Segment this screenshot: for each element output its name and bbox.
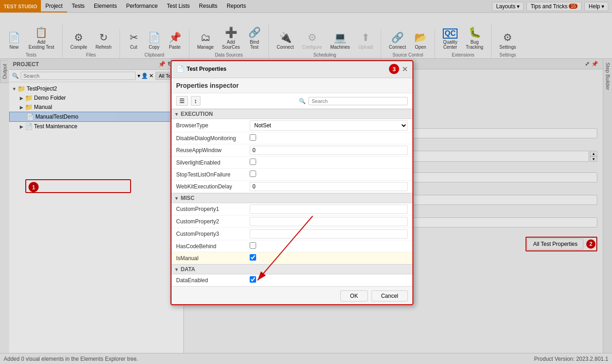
tree-node-manual[interactable]: ▶ 📁 Manual [9, 102, 183, 112]
search-input[interactable] [21, 72, 136, 80]
prop-row-dataenabled: DataEnabled [171, 274, 413, 286]
expand-icon[interactable]: ⤢ [585, 61, 589, 67]
toolbar-group-scheduling: 🔌 Connect ⚙ Configure 💻 Machines ⬆ Uploa… [269, 29, 381, 58]
dataenabled-value [250, 276, 408, 284]
search-dropdown-icon[interactable]: ▾ [137, 73, 140, 79]
tree-label-manual: Manual [34, 104, 52, 110]
ismanual-value [250, 254, 408, 262]
toolbar-group-files: ⚙ Compile ↻ Refresh Files [63, 29, 120, 58]
scheduling-group-label: Scheduling [269, 52, 381, 57]
manage-icon: 🗂 [200, 32, 211, 44]
modal-close-button[interactable]: ✕ [402, 65, 408, 74]
help-button[interactable]: Help ▾ [584, 2, 608, 11]
data-collapse-button[interactable]: ▼ [174, 267, 179, 272]
output-tab[interactable]: Output [0, 60, 9, 83]
tree-node-manualtestdemo[interactable]: 📄 ManualTestDemo [9, 112, 183, 122]
customprop3-input[interactable] [250, 229, 408, 239]
prop-row-customprop3: CustomProperty3 [171, 228, 413, 240]
toolbar-group-datasources: 🗂 Manage ➕ Add SourCes 🔗 Bind Test Data … [189, 24, 269, 58]
configure-icon: ⚙ [308, 32, 317, 44]
stoptestlist-checkbox[interactable] [250, 171, 256, 177]
panel-pin-icon[interactable]: 📌 [158, 61, 166, 68]
quality-center-label: Quality Center [443, 40, 458, 50]
new-icon: 📄 [8, 32, 20, 44]
misc-collapse-button[interactable]: ▼ [174, 196, 179, 201]
modal-sort-button[interactable]: ↕ [191, 96, 200, 106]
tree-icon-manual: 📁 [25, 103, 33, 111]
nav-item-reports[interactable]: Reports [222, 0, 251, 12]
product-version: Product Version: 2023.2.801.1 [534, 356, 608, 362]
add-sources-label: Add SourCes [222, 40, 240, 50]
nav-item-results[interactable]: Results [194, 0, 222, 12]
silverlight-checkbox[interactable] [250, 159, 256, 165]
modal-subtitle: Properties inspector [171, 78, 413, 93]
paste-label: Paste [169, 45, 181, 50]
reuseapp-input[interactable] [250, 146, 408, 155]
nav-item-elements[interactable]: Elements [89, 0, 121, 12]
all-test-properties-button[interactable]: All Test Properties [527, 239, 584, 250]
app-title: TEST STUDIO [0, 0, 41, 12]
tree-expand-manual[interactable]: ▶ [18, 104, 25, 110]
tree-node-root[interactable]: ▼ 📁 TestProject2 [9, 84, 183, 93]
webkit-label: WebKitExecutionDelay [176, 183, 250, 190]
prop-row-stoptestlist: StopTestListOnFailure [171, 169, 413, 181]
dataenabled-checkbox[interactable] [250, 276, 256, 283]
upload-icon: ⬆ [361, 32, 370, 44]
nav-menu: Project Tests Elements Performance Test … [41, 0, 251, 12]
nav-item-tests[interactable]: Tests [67, 0, 89, 12]
customprop2-input[interactable] [250, 217, 408, 226]
tree-node-testmaint[interactable]: ▶ 📄 Test Maintenance [9, 122, 183, 131]
machines-label: Machines [330, 45, 350, 50]
webkit-input[interactable] [250, 182, 408, 191]
help-label: Help [589, 3, 600, 10]
tree-expand-demo[interactable]: ▶ [18, 95, 25, 101]
tests-group-label: Tests [0, 52, 62, 57]
disabledialog-value [250, 134, 408, 142]
tree-icon-testmaint: 📄 [25, 123, 33, 130]
search-filter-icon[interactable]: 👤 [141, 73, 148, 79]
layouts-button[interactable]: Layouts ▾ [492, 2, 524, 11]
prop-row-customprop2: CustomProperty2 [171, 216, 413, 228]
nav-item-performance[interactable]: Performance [121, 0, 162, 12]
modal-footer: OK Cancel [171, 286, 413, 305]
hascodebehind-checkbox[interactable] [250, 242, 256, 249]
modal-search-input[interactable] [309, 97, 408, 105]
tree-node-demo[interactable]: ▶ 📁 Demo Folder [9, 93, 183, 102]
tree-expand-root[interactable]: ▼ [11, 85, 17, 92]
tree-expand-testmaint[interactable]: ▶ [18, 123, 25, 130]
modal-list-view-button[interactable]: ☰ [176, 96, 188, 106]
execution-section-header: ▼ EXECUTION [171, 109, 413, 119]
prop-row-customprop1: CustomProperty1 [171, 203, 413, 216]
spin-buttons: ▲ ▼ [590, 151, 597, 162]
cut-label: Cut [130, 45, 137, 50]
dataenabled-label: DataEnabled [176, 277, 250, 284]
open-icon: 📂 [414, 32, 427, 44]
ok-button[interactable]: OK [340, 290, 367, 301]
options-icon[interactable]: 📌 [591, 61, 598, 67]
upload-label: Upload [358, 45, 373, 50]
sourcecontrol-group-label: Source Control [381, 52, 435, 57]
prop-row-ismanual: IsManual [171, 252, 413, 264]
search-clear-icon[interactable]: ✕ [149, 73, 154, 79]
settings-icon: ⚙ [503, 32, 512, 44]
execution-collapse-button[interactable]: ▼ [174, 112, 179, 117]
silverlight-value [250, 159, 408, 166]
tips-button[interactable]: Tips and Tricks 16 [526, 2, 582, 11]
browsertype-select[interactable]: NotSetChromeFirefoxEdge [250, 120, 408, 131]
annotation-circle-1: 1 [29, 182, 39, 192]
cancel-button[interactable]: Cancel [372, 290, 408, 301]
nav-item-testlists[interactable]: Test Lists [162, 0, 194, 12]
prop-row-hascodebehind: HasCodeBehind [171, 240, 413, 252]
webkit-value [250, 182, 408, 191]
ismanual-checkbox[interactable] [250, 254, 256, 261]
disabledialog-checkbox[interactable] [250, 134, 256, 141]
spin-down-button[interactable]: ▼ [590, 156, 597, 162]
customprop1-input[interactable] [250, 205, 408, 214]
stoptestlist-label: StopTestListOnFailure [176, 171, 250, 178]
step-builder-tab[interactable]: Step Builder [603, 59, 612, 94]
clipboard-group-label: Clipboard [120, 52, 189, 57]
disabledialog-label: DisableDialogMonitoring [176, 135, 250, 142]
settings-label: Settings [499, 45, 516, 50]
nav-item-project[interactable]: Project [41, 0, 67, 12]
spin-up-button[interactable]: ▲ [590, 151, 597, 156]
